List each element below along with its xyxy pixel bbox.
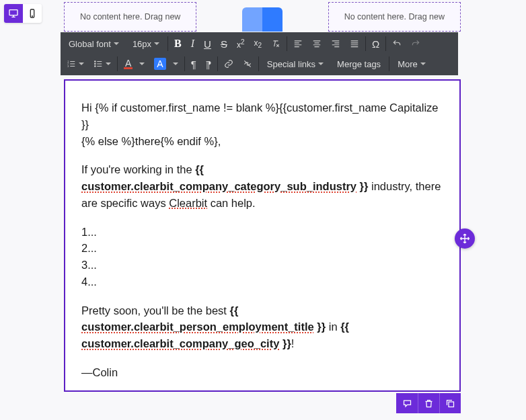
text: in — [326, 321, 340, 333]
link-button[interactable] — [219, 54, 238, 74]
text: }} — [279, 337, 291, 349]
font-size-label: 16px — [133, 39, 151, 49]
move-handle[interactable] — [455, 228, 475, 249]
list-item: 4... — [81, 274, 443, 290]
bold-button[interactable]: B — [170, 34, 186, 54]
text: Hi {% if customer.first_name != blank %}… — [81, 101, 439, 130]
clear-format-button[interactable] — [266, 34, 285, 54]
svg-point-6 — [95, 61, 96, 62]
unordered-list-icon — [93, 59, 103, 69]
font-family-label: Global font — [69, 39, 111, 49]
text: If you're working in the — [81, 163, 195, 175]
more-label: More — [398, 59, 418, 69]
comment-button[interactable] — [396, 393, 418, 413]
bold-icon: B — [174, 38, 182, 50]
superscript-button[interactable]: x2 — [232, 34, 250, 54]
placeholder-image-icon — [242, 7, 283, 32]
comment-icon — [402, 398, 412, 409]
svg-point-7 — [95, 63, 96, 65]
subscript-button[interactable]: x2 — [250, 34, 267, 54]
special-char-button[interactable]: Ω — [367, 34, 384, 54]
text: can help. — [207, 197, 256, 209]
undo-button[interactable] — [387, 34, 406, 54]
dropzone-left[interactable]: No content here. Drag new — [64, 2, 196, 32]
underline-button[interactable]: U — [199, 34, 216, 54]
numbered-placeholder-list: 1... 2... 3... 4... — [81, 224, 443, 290]
ltr-button[interactable]: ¶ — [186, 54, 201, 74]
chevron-down-icon — [139, 62, 145, 65]
font-size-select[interactable]: 16px — [126, 34, 166, 54]
ordered-list-button[interactable]: 123 — [62, 54, 89, 74]
duplicate-icon — [445, 398, 455, 409]
align-justify-button[interactable] — [345, 34, 364, 54]
align-center-button[interactable] — [307, 34, 326, 54]
block-action-bar — [396, 393, 461, 413]
chevron-down-icon — [154, 42, 159, 45]
text: {{ — [230, 304, 239, 317]
desktop-view-button[interactable] — [4, 4, 23, 23]
move-icon — [459, 233, 470, 244]
chevron-down-icon — [173, 62, 178, 65]
highlight-color-button[interactable]: A — [149, 54, 182, 74]
mobile-view-button[interactable] — [23, 4, 42, 23]
editor-content[interactable]: Hi {% if customer.first_name != blank %}… — [65, 81, 459, 407]
device-switcher — [4, 4, 42, 23]
text-block-selected[interactable]: Hi {% if customer.first_name != blank %}… — [64, 79, 461, 392]
subscript-icon: x2 — [254, 38, 262, 49]
delete-button[interactable] — [418, 393, 439, 413]
svg-point-2 — [32, 16, 33, 17]
align-left-button[interactable] — [289, 34, 307, 54]
image-block[interactable] — [203, 2, 321, 32]
svg-text:3: 3 — [67, 65, 69, 68]
dropzone-right[interactable]: No content here. Drag new — [328, 2, 461, 32]
merge-tag: customer.clearbit_company_geo_city — [81, 337, 279, 349]
align-left-icon — [293, 39, 303, 48]
signature: —Colin — [81, 364, 443, 381]
text-color-button[interactable]: A — [119, 54, 149, 74]
superscript-icon: x2 — [237, 38, 245, 50]
dropzone-right-text: No content here. Drag new — [344, 12, 445, 22]
pilcrow-ltr-icon: ¶ — [191, 58, 196, 70]
unordered-list-button[interactable] — [89, 54, 116, 74]
duplicate-button[interactable] — [439, 393, 461, 413]
merge-tags-label: Merge tags — [337, 59, 381, 69]
intro-paragraph: If you're working in the {{customer.clea… — [81, 161, 443, 211]
align-right-icon — [331, 39, 340, 48]
greeting-line: Hi {% if customer.first_name != blank %}… — [81, 99, 443, 149]
svg-rect-0 — [9, 10, 17, 15]
special-links-label: Special links — [267, 59, 315, 69]
strike-button[interactable]: S — [216, 34, 232, 54]
font-family-select[interactable]: Global font — [62, 34, 126, 54]
omega-icon: Ω — [372, 38, 379, 50]
align-center-icon — [312, 39, 322, 48]
text: }} — [314, 321, 326, 333]
rtl-button[interactable]: ¶ — [201, 54, 216, 74]
redo-button[interactable] — [406, 34, 425, 54]
highlight-icon: A — [154, 58, 165, 70]
align-right-button[interactable] — [326, 34, 345, 54]
undo-icon — [392, 39, 402, 48]
text: {{ — [195, 163, 204, 175]
list-item: 2... — [81, 240, 443, 257]
underline-icon: U — [204, 38, 211, 50]
chevron-down-icon — [420, 62, 426, 65]
unlink-button[interactable] — [238, 54, 257, 74]
chevron-down-icon — [318, 62, 324, 65]
text: Clearbit — [169, 197, 207, 209]
link-icon — [224, 59, 233, 69]
clear-format-icon — [271, 39, 280, 48]
merge-tags-button[interactable]: Merge tags — [330, 54, 387, 74]
special-links-button[interactable]: Special links — [260, 54, 330, 74]
chevron-down-icon — [106, 62, 111, 65]
text: {% else %}there{% endif %}, — [81, 135, 221, 147]
chevron-down-icon — [114, 42, 119, 45]
more-button[interactable]: More — [391, 54, 433, 74]
svg-point-8 — [95, 66, 96, 67]
italic-button[interactable]: I — [186, 34, 199, 54]
list-item: 1... — [81, 224, 443, 241]
closing-paragraph: Pretty soon, you'll be the best {{custom… — [81, 302, 443, 352]
dropzone-left-text: No content here. Drag new — [80, 12, 180, 22]
unlink-icon — [243, 59, 252, 69]
merge-tag: customer.clearbit_person_employment_titl… — [81, 321, 314, 333]
list-item: 3... — [81, 257, 443, 274]
